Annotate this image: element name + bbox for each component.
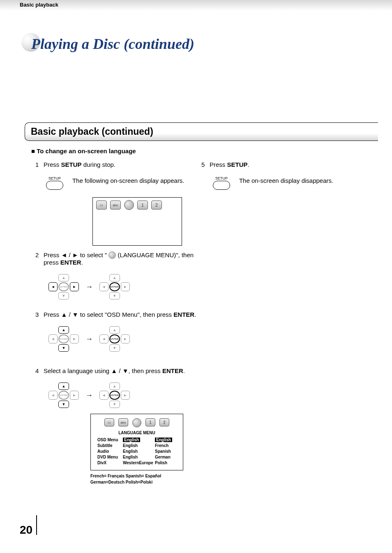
setup-button-graphic: SETUP (46, 176, 63, 190)
step-1-caption: The following on-screen display appears. (72, 177, 184, 184)
nav-left-icon: ◄ (99, 391, 108, 400)
step-text: . (194, 311, 196, 318)
arrow-right-icon: → (85, 283, 93, 291)
setup-button-label: SETUP (46, 176, 63, 180)
nav-left-icon: ◄ (99, 334, 108, 343)
language-footnote: French= Français Spanish= Español German… (90, 473, 201, 485)
nav-up-icon: ▲ (109, 274, 120, 281)
nav-left-icon: ◄ (48, 334, 58, 343)
globe-icon (108, 251, 116, 259)
nav-down-icon: ▼ (58, 292, 69, 300)
lang-row-label: OSD Menu (97, 438, 123, 442)
nav-left-icon: ◄ (99, 282, 108, 291)
enter-icon: ENTER (58, 282, 69, 291)
step-number: 3 (35, 311, 44, 318)
nav-down-icon: ▼ (109, 292, 120, 300)
step-number: 2 (35, 251, 44, 266)
step-number: 5 (201, 161, 210, 168)
step-text: Press (44, 161, 61, 168)
func1-icon: 1 (137, 200, 148, 210)
lang-row-label: DVD Menu (97, 455, 123, 459)
step-key: ENTER (60, 259, 81, 266)
setup-button-label: SETUP (213, 176, 230, 180)
language-menu-title: LANGUAGE MENU (94, 431, 180, 435)
nav-down-icon: ▼ (58, 344, 69, 352)
lang-value: English (123, 455, 155, 459)
navpad-step-2: ▲ ◄ENTER► ▼ → ▲ ◄ENTER► ▼ (45, 270, 201, 304)
step-key: SETUP (227, 161, 248, 168)
nav-down-icon: ▼ (109, 401, 120, 408)
tv-icon: ▭ (104, 418, 114, 426)
globe-icon (124, 200, 134, 210)
step-2: 2 Press ◄ / ► to select " (LANGUAGE MENU… (35, 251, 201, 266)
lang-option: French (155, 443, 180, 448)
navpad-step-3: ▲ ◄ENTER► ▼ → ▲ ◄ENTER► ▼ (45, 322, 201, 356)
language-menu-grid: OSD Menu English English Subtitle Englis… (97, 438, 180, 465)
nav-up-icon: ▲ (109, 382, 120, 390)
lang-row-label: DivX (97, 461, 123, 465)
arrow-right-icon: → (85, 391, 93, 400)
section-heading: Basic playback (continued) (25, 122, 378, 141)
step-5-caption: The on-screen display disappears. (239, 177, 333, 184)
step-key: ENTER (173, 311, 194, 318)
abc-icon: abc (110, 200, 121, 210)
oval-button-icon (213, 181, 230, 190)
nav-right-icon: ► (121, 282, 130, 291)
func2-icon: 2 (159, 418, 169, 426)
step-text: . (81, 259, 83, 266)
lang-value-selected: English (123, 438, 140, 442)
step-number: 1 (35, 161, 44, 168)
arrow-right-icon: → (85, 335, 93, 343)
abc-icon: abc (118, 418, 128, 426)
language-menu-display: ▭ abc 1 2 LANGUAGE MENU OSD Menu English… (90, 414, 183, 470)
step-text: Select a language using ▲ / ▼, then pres… (44, 367, 162, 374)
nav-right-icon: ► (121, 391, 130, 400)
enter-icon: ENTER (109, 282, 120, 291)
nav-right-icon: ► (70, 334, 79, 343)
lang-option: Spanish (155, 449, 180, 454)
nav-right-icon: ► (70, 282, 79, 291)
lang-option: German (155, 455, 180, 459)
footnote-line: French= Français Spanish= Español (90, 473, 201, 479)
nav-right-icon: ► (121, 334, 130, 343)
func1-icon: 1 (145, 418, 155, 426)
enter-icon: ENTER (58, 334, 69, 343)
globe-icon (132, 418, 141, 427)
step-text: . (183, 367, 185, 374)
lang-value: WesternEurope (123, 461, 155, 465)
step-number: 4 (35, 367, 44, 374)
nav-up-icon: ▲ (109, 326, 120, 334)
step-text: Press ▲ / ▼ to select "OSD Menu", then p… (44, 311, 173, 318)
func2-icon: 2 (151, 200, 162, 210)
enter-icon: ENTER (109, 391, 120, 400)
step-5: 5 Press SETUP. (201, 161, 378, 168)
page-number: 20 (20, 523, 32, 537)
step-text: Press ◄ / ► to select " (44, 251, 107, 258)
enter-icon: ENTER (58, 391, 69, 400)
nav-down-icon: ▼ (58, 401, 69, 408)
step-4: 4 Select a language using ▲ / ▼, then pr… (35, 367, 201, 374)
nav-up-icon: ▲ (58, 326, 69, 334)
enter-icon: ENTER (109, 334, 120, 343)
nav-up-icon: ▲ (58, 382, 69, 390)
lang-row-label: Audio (97, 449, 123, 454)
lang-row-label: Subtitle (97, 443, 123, 448)
step-text: during stop. (82, 161, 116, 168)
nav-down-icon: ▼ (109, 344, 120, 352)
nav-left-icon: ◄ (48, 391, 58, 400)
breadcrumb: Basic playback (20, 2, 58, 8)
step-key: ENTER (162, 367, 183, 374)
step-text: Press (210, 161, 227, 168)
step-key: SETUP (61, 161, 82, 168)
lang-option: Polish (155, 461, 180, 465)
step-text: . (248, 161, 249, 168)
setup-button-graphic: SETUP (213, 176, 230, 190)
nav-right-icon: ► (70, 391, 79, 400)
lang-value: English (123, 449, 155, 454)
lang-value: English (123, 443, 155, 448)
nav-up-icon: ▲ (58, 274, 69, 281)
navpad-step-4: ▲ ◄ENTER► ▼ → ▲ ◄ENTER► ▼ (45, 378, 201, 412)
lang-option-selected: English (155, 438, 172, 442)
osd-display-box: ▭ abc 1 2 (92, 197, 182, 246)
step-1: 1 Press SETUP during stop. (35, 161, 201, 168)
